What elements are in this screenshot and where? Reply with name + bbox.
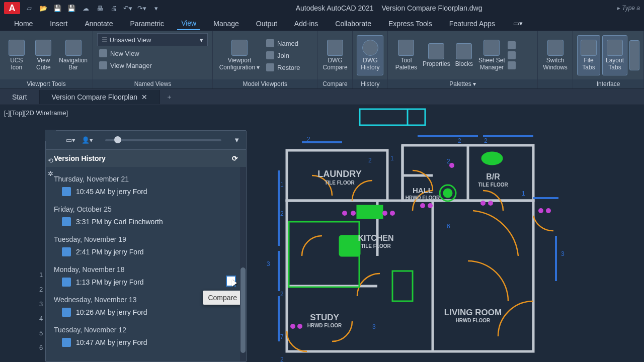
tab-view[interactable]: View <box>177 17 200 30</box>
tab-featuredapps[interactable]: Featured Apps <box>445 18 499 30</box>
svg-text:3: 3 <box>267 260 270 267</box>
panel-title: Palettes ▾ <box>388 79 537 88</box>
svg-text:LIVING  ROOM: LIVING ROOM <box>444 308 502 317</box>
user-filter-icon[interactable]: 👤▾ <box>82 136 93 144</box>
version-entry-label: 3:31 PM by Carl Finchworth <box>76 218 163 226</box>
search-box[interactable]: ▸ Type a <box>617 5 640 12</box>
saveas-icon[interactable]: 💾 <box>66 3 76 13</box>
panel-named-views: ☰ Unsaved View▾ New View View Manager Na… <box>93 31 213 88</box>
tab-manage[interactable]: Manage <box>209 18 243 30</box>
named-view-combo[interactable]: ☰ Unsaved View▾ <box>97 33 208 46</box>
panel-viewport-tools: UCS Icon View Cube Navigation Bar Viewpo… <box>0 31 93 88</box>
panel-palettes: Tool Palettes Properties Blocks Sheet Se… <box>388 31 538 88</box>
dwg-history-button[interactable]: DWG History <box>357 35 383 75</box>
dwg-compare-button[interactable]: DWG Compare <box>321 35 348 75</box>
tab-collaborate[interactable]: Collaborate <box>331 18 375 30</box>
undo-icon[interactable]: ↶▾ <box>123 3 133 13</box>
app-logo[interactable]: A <box>4 2 20 14</box>
interface-more-icon[interactable] <box>629 40 639 70</box>
filter-icon[interactable]: ▼ <box>233 136 240 144</box>
version-entry[interactable]: 10:47 AM by jerry Ford <box>54 336 238 352</box>
panel-title: Compare <box>317 79 352 88</box>
floorplan-canvas[interactable]: LAUNDRY TILE FLOOR B/R TILE FLOOR HALL H… <box>252 105 644 362</box>
version-entry-label: 1:13 PM by jerry Ford <box>76 278 144 286</box>
panel-title: Model Viewports <box>213 79 317 88</box>
properties-button[interactable]: Properties <box>421 35 451 75</box>
version-history-list[interactable]: Thursday, November 2110:45 AM by jerry F… <box>46 167 246 361</box>
switch-windows-button[interactable]: Switch Windows <box>542 35 569 75</box>
svg-text:TILE FLOOR: TILE FLOOR <box>325 180 355 186</box>
version-entry-label: 2:41 PM by jerry Ford <box>76 248 144 256</box>
date-filter-icon[interactable]: ▭▾ <box>66 136 75 144</box>
sheetset-button[interactable]: Sheet Set Manager <box>476 35 507 75</box>
version-entry[interactable]: 10:26 AM by jerry Ford <box>54 306 238 322</box>
ucs-icon-button[interactable]: UCS Icon <box>4 35 29 75</box>
tool-palettes-button[interactable]: Tool Palettes <box>392 35 420 75</box>
slider-thumb[interactable] <box>114 136 121 143</box>
chevron-down-icon: ▾ <box>200 36 203 44</box>
version-entry[interactable]: 10:45 AM by jerry Ford <box>54 185 238 201</box>
version-entry[interactable]: 2:41 PM by jerry Ford <box>54 245 238 261</box>
version-entry[interactable]: 1:13 PM by jerry FordCompare <box>54 276 238 292</box>
refresh-icon[interactable]: ⟳ <box>232 154 238 162</box>
panel-model-viewports: Viewport Configuration ▾ Named Join Rest… <box>213 31 317 88</box>
version-entry-label: 10:26 AM by jerry Ford <box>76 308 147 316</box>
version-entry[interactable]: 3:31 PM by Carl Finchworth <box>54 215 238 231</box>
scrollbar[interactable] <box>240 167 246 361</box>
svg-text:1: 1 <box>280 181 284 188</box>
viewcube-button[interactable]: View Cube <box>31 35 56 75</box>
version-file-icon <box>62 187 71 196</box>
new-tab-button[interactable]: ＋ <box>160 89 179 105</box>
svg-rect-1 <box>287 201 533 351</box>
panel-option-icon[interactable]: ⟲ <box>45 155 56 166</box>
svg-point-30 <box>390 211 395 216</box>
file-tabs-button[interactable]: File Tabs <box>577 35 600 75</box>
panel-interface: File Tabs Layout Tabs Interface <box>573 31 644 88</box>
join-vp-button[interactable]: Join <box>264 50 302 60</box>
view-label[interactable]: [-][Top][2D Wireframe] <box>4 109 68 117</box>
plot-icon[interactable]: 🖶 <box>95 3 105 13</box>
version-file-icon <box>62 278 71 287</box>
new-view-icon <box>99 49 107 57</box>
svg-point-29 <box>382 211 387 216</box>
panel-switch: Switch Windows <box>538 31 573 88</box>
scrollbar-thumb[interactable] <box>240 267 246 353</box>
navbar-button[interactable]: Navigation Bar <box>58 35 89 75</box>
panel-title: Named Views <box>93 79 212 88</box>
svg-text:HRWD FLOOR: HRWD FLOOR <box>307 323 342 328</box>
web-icon[interactable]: ☁ <box>80 3 91 13</box>
drawing-area[interactable]: [-][Top][2D Wireframe] 1 2 3 4 5 6 ✕ ⤡ ⟲… <box>0 105 644 362</box>
layout-tabs-button[interactable]: Layout Tabs <box>602 35 627 75</box>
new-view-button[interactable]: New View <box>97 48 141 58</box>
print-icon[interactable]: 🖨 <box>109 3 119 13</box>
save-icon[interactable]: 💾 <box>52 3 62 13</box>
tab-home[interactable]: Home <box>10 18 37 30</box>
doctab-start[interactable]: Start <box>0 90 40 104</box>
tab-insert[interactable]: Insert <box>46 18 71 30</box>
palette-icon[interactable] <box>508 61 516 69</box>
tab-expresstools[interactable]: Express Tools <box>384 18 436 30</box>
doctab-current[interactable]: Version Compare Floorplan✕ <box>40 90 160 104</box>
palette-icon[interactable] <box>508 51 516 59</box>
open-icon[interactable]: 📂 <box>38 3 48 13</box>
viewport-config-button[interactable]: Viewport Configuration ▾ <box>217 35 262 75</box>
tab-output[interactable]: Output <box>252 18 281 30</box>
palette-icon[interactable] <box>508 41 516 49</box>
timeline-slider[interactable] <box>105 139 221 141</box>
version-file-icon <box>62 338 71 347</box>
restore-vp-button[interactable]: Restore <box>264 62 302 72</box>
redo-icon[interactable]: ↷▾ <box>137 3 147 13</box>
named-vp-button[interactable]: Named <box>264 38 302 48</box>
svg-text:3: 3 <box>561 250 565 257</box>
blocks-button[interactable]: Blocks <box>452 35 475 75</box>
close-icon[interactable]: ✕ <box>141 93 147 101</box>
view-manager-button[interactable]: View Manager <box>97 60 154 70</box>
ribbon-visibility-icon[interactable]: ▭▾ <box>513 20 523 27</box>
qat-dropdown-icon[interactable]: ▾ <box>151 3 161 13</box>
tab-addins[interactable]: Add-ins <box>290 18 322 30</box>
view-mgr-icon <box>99 61 107 69</box>
svg-text:2: 2 <box>280 356 284 362</box>
tab-annotate[interactable]: Annotate <box>80 18 117 30</box>
new-icon[interactable]: ▱ <box>24 3 34 13</box>
tab-parametric[interactable]: Parametric <box>126 18 168 30</box>
